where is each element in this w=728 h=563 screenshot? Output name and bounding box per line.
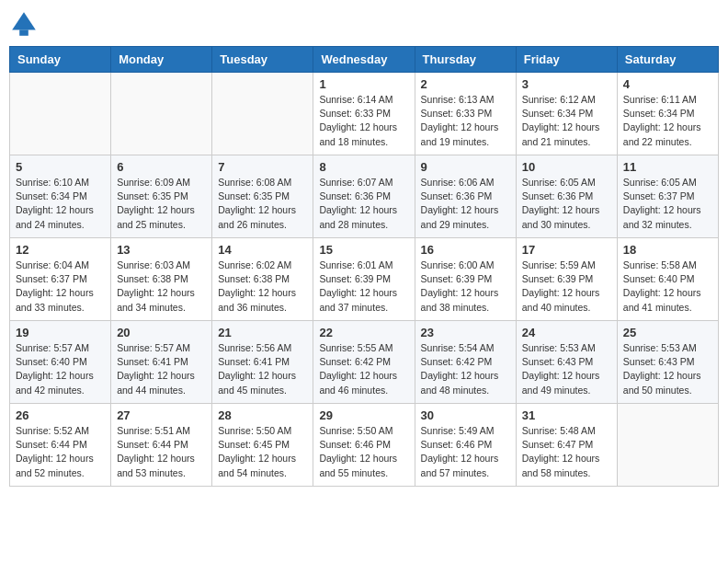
calendar-cell: 3Sunrise: 6:12 AM Sunset: 6:34 PM Daylig… [516,73,617,155]
calendar-cell: 30Sunrise: 5:49 AM Sunset: 6:46 PM Dayli… [415,404,516,487]
calendar-cell: 14Sunrise: 6:02 AM Sunset: 6:38 PM Dayli… [212,238,313,321]
calendar-table: SundayMondayTuesdayWednesdayThursdayFrid… [9,46,719,487]
day-info: Sunrise: 6:09 AM Sunset: 6:35 PM Dayligh… [117,176,206,232]
calendar-cell: 2Sunrise: 6:13 AM Sunset: 6:33 PM Daylig… [415,73,516,155]
day-info: Sunrise: 6:05 AM Sunset: 6:37 PM Dayligh… [623,176,712,232]
calendar-cell [212,73,313,155]
calendar-body: 1Sunrise: 6:14 AM Sunset: 6:33 PM Daylig… [10,73,719,487]
calendar-cell: 29Sunrise: 5:50 AM Sunset: 6:46 PM Dayli… [313,404,415,487]
day-info: Sunrise: 6:08 AM Sunset: 6:35 PM Dayligh… [218,176,307,232]
day-number: 3 [522,77,611,91]
calendar-cell: 6Sunrise: 6:09 AM Sunset: 6:35 PM Daylig… [111,155,212,238]
calendar-cell: 8Sunrise: 6:07 AM Sunset: 6:36 PM Daylig… [313,155,415,238]
day-info: Sunrise: 5:53 AM Sunset: 6:43 PM Dayligh… [522,341,611,397]
weekday-header-tuesday: Tuesday [212,47,313,73]
calendar-cell: 31Sunrise: 5:48 AM Sunset: 6:47 PM Dayli… [516,404,617,487]
calendar-cell: 4Sunrise: 6:11 AM Sunset: 6:34 PM Daylig… [617,73,718,155]
calendar-cell: 24Sunrise: 5:53 AM Sunset: 6:43 PM Dayli… [516,321,617,404]
calendar-cell: 5Sunrise: 6:10 AM Sunset: 6:34 PM Daylig… [10,155,111,238]
day-info: Sunrise: 5:57 AM Sunset: 6:40 PM Dayligh… [16,341,105,397]
calendar-cell: 22Sunrise: 5:55 AM Sunset: 6:42 PM Dayli… [313,321,415,404]
logo [9,9,42,39]
day-number: 4 [623,77,712,91]
day-info: Sunrise: 5:48 AM Sunset: 6:47 PM Dayligh… [522,424,611,480]
day-info: Sunrise: 5:50 AM Sunset: 6:46 PM Dayligh… [319,424,408,480]
day-info: Sunrise: 6:13 AM Sunset: 6:33 PM Dayligh… [421,93,510,149]
weekday-header-monday: Monday [111,47,212,73]
weekday-header-saturday: Saturday [617,47,718,73]
calendar-cell: 25Sunrise: 5:53 AM Sunset: 6:43 PM Dayli… [617,321,718,404]
day-number: 13 [117,243,206,257]
calendar-cell: 13Sunrise: 6:03 AM Sunset: 6:38 PM Dayli… [111,238,212,321]
day-number: 11 [623,160,712,174]
logo-icon [9,9,39,39]
day-number: 10 [522,160,611,174]
day-number: 21 [218,326,307,339]
week-row-3: 12Sunrise: 6:04 AM Sunset: 6:37 PM Dayli… [10,238,719,321]
calendar-cell: 9Sunrise: 6:06 AM Sunset: 6:36 PM Daylig… [415,155,516,238]
day-info: Sunrise: 6:03 AM Sunset: 6:38 PM Dayligh… [117,259,206,315]
calendar-cell: 26Sunrise: 5:52 AM Sunset: 6:44 PM Dayli… [10,404,111,487]
day-number: 16 [421,243,510,257]
day-info: Sunrise: 6:00 AM Sunset: 6:39 PM Dayligh… [421,259,510,315]
calendar-cell: 27Sunrise: 5:51 AM Sunset: 6:44 PM Dayli… [111,404,212,487]
day-info: Sunrise: 6:02 AM Sunset: 6:38 PM Dayligh… [218,259,307,315]
svg-rect-1 [19,29,28,35]
calendar-cell [10,73,111,155]
calendar-cell: 28Sunrise: 5:50 AM Sunset: 6:45 PM Dayli… [212,404,313,487]
calendar-cell: 12Sunrise: 6:04 AM Sunset: 6:37 PM Dayli… [10,238,111,321]
page-container: SundayMondayTuesdayWednesdayThursdayFrid… [9,9,719,487]
day-number: 28 [218,408,307,422]
day-info: Sunrise: 5:52 AM Sunset: 6:44 PM Dayligh… [16,424,105,480]
weekday-header-thursday: Thursday [415,47,516,73]
week-row-2: 5Sunrise: 6:10 AM Sunset: 6:34 PM Daylig… [10,155,719,238]
day-number: 27 [117,408,206,422]
day-number: 12 [16,243,105,257]
calendar-cell: 11Sunrise: 6:05 AM Sunset: 6:37 PM Dayli… [617,155,718,238]
calendar-cell: 17Sunrise: 5:59 AM Sunset: 6:39 PM Dayli… [516,238,617,321]
calendar-cell: 23Sunrise: 5:54 AM Sunset: 6:42 PM Dayli… [415,321,516,404]
svg-marker-0 [12,12,36,29]
day-number: 20 [117,326,206,339]
day-number: 9 [421,160,510,174]
day-number: 6 [117,160,206,174]
day-info: Sunrise: 6:07 AM Sunset: 6:36 PM Dayligh… [319,176,408,232]
day-number: 26 [16,408,105,422]
calendar-cell: 16Sunrise: 6:00 AM Sunset: 6:39 PM Dayli… [415,238,516,321]
calendar-cell: 15Sunrise: 6:01 AM Sunset: 6:39 PM Dayli… [313,238,415,321]
day-info: Sunrise: 6:05 AM Sunset: 6:36 PM Dayligh… [522,176,611,232]
day-number: 29 [319,408,408,422]
calendar-cell: 1Sunrise: 6:14 AM Sunset: 6:33 PM Daylig… [313,73,415,155]
day-number: 5 [16,160,105,174]
day-info: Sunrise: 5:56 AM Sunset: 6:41 PM Dayligh… [218,341,307,397]
header [9,9,719,39]
day-number: 30 [421,408,510,422]
day-number: 22 [319,326,408,339]
day-number: 18 [623,243,712,257]
day-number: 31 [522,408,611,422]
weekday-header-sunday: Sunday [10,47,111,73]
day-info: Sunrise: 6:11 AM Sunset: 6:34 PM Dayligh… [623,93,712,149]
day-info: Sunrise: 5:59 AM Sunset: 6:39 PM Dayligh… [522,259,611,315]
day-number: 15 [319,243,408,257]
day-info: Sunrise: 5:53 AM Sunset: 6:43 PM Dayligh… [623,341,712,397]
week-row-4: 19Sunrise: 5:57 AM Sunset: 6:40 PM Dayli… [10,321,719,404]
day-number: 19 [16,326,105,339]
day-number: 2 [421,77,510,91]
week-row-1: 1Sunrise: 6:14 AM Sunset: 6:33 PM Daylig… [10,73,719,155]
day-info: Sunrise: 6:06 AM Sunset: 6:36 PM Dayligh… [421,176,510,232]
day-info: Sunrise: 6:14 AM Sunset: 6:33 PM Dayligh… [319,93,408,149]
day-info: Sunrise: 6:10 AM Sunset: 6:34 PM Dayligh… [16,176,105,232]
calendar-cell: 10Sunrise: 6:05 AM Sunset: 6:36 PM Dayli… [516,155,617,238]
day-info: Sunrise: 6:12 AM Sunset: 6:34 PM Dayligh… [522,93,611,149]
day-number: 17 [522,243,611,257]
day-number: 1 [319,77,408,91]
calendar-cell: 21Sunrise: 5:56 AM Sunset: 6:41 PM Dayli… [212,321,313,404]
calendar-header: SundayMondayTuesdayWednesdayThursdayFrid… [10,47,719,73]
day-info: Sunrise: 5:57 AM Sunset: 6:41 PM Dayligh… [117,341,206,397]
calendar-cell [617,404,718,487]
day-number: 25 [623,326,712,339]
day-info: Sunrise: 6:01 AM Sunset: 6:39 PM Dayligh… [319,259,408,315]
calendar-cell: 7Sunrise: 6:08 AM Sunset: 6:35 PM Daylig… [212,155,313,238]
day-info: Sunrise: 5:58 AM Sunset: 6:40 PM Dayligh… [623,259,712,315]
